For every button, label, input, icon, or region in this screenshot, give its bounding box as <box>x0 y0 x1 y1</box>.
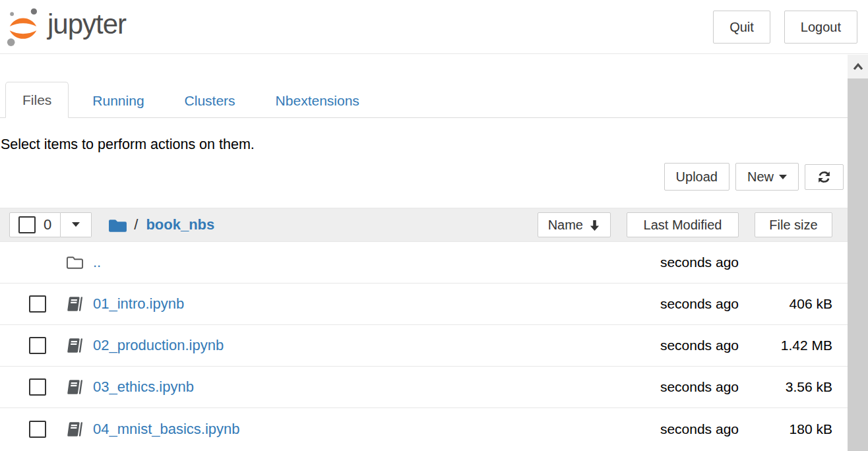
row-checkbox[interactable] <box>29 295 46 313</box>
tab-files[interactable]: Files <box>5 82 69 118</box>
select-all-segment[interactable]: 0 <box>9 212 61 237</box>
scroll-up-icon <box>852 62 865 71</box>
jupyter-logo-icon <box>5 7 41 47</box>
notebook-icon <box>66 378 86 396</box>
jupyter-logo[interactable]: jupyter <box>5 7 126 47</box>
item-link[interactable]: 02_production.ipynb <box>93 337 627 354</box>
refresh-button[interactable] <box>805 164 844 190</box>
main-content: Files Running Clusters Nbextensions Sele… <box>0 82 848 450</box>
sort-file-size-button[interactable]: File size <box>755 212 832 237</box>
header-buttons: Quit Logout <box>713 11 857 44</box>
row-checkbox[interactable] <box>29 378 46 396</box>
vertical-scrollbar[interactable] <box>848 55 868 451</box>
tab-nbextensions[interactable]: Nbextensions <box>259 83 376 118</box>
tab-bar: Files Running Clusters Nbextensions <box>0 82 848 118</box>
item-modified: seconds ago <box>627 255 739 270</box>
breadcrumb: / book_nbs <box>108 216 537 233</box>
item-modified: seconds ago <box>627 379 739 395</box>
hint-text: Select items to perform actions on them. <box>1 136 848 153</box>
breadcrumb-separator: / <box>134 216 138 233</box>
quit-button[interactable]: Quit <box>713 11 770 44</box>
select-button-group: 0 <box>9 212 92 237</box>
sort-name-label: Name <box>548 218 583 233</box>
caret-down-icon <box>72 222 80 227</box>
item-size: 3.56 kB <box>755 379 832 395</box>
item-modified: seconds ago <box>627 338 739 353</box>
item-link[interactable]: 01_intro.ipynb <box>93 295 627 313</box>
notebook-icon <box>66 421 86 438</box>
item-size: 1.42 MB <box>755 338 832 353</box>
row-checkbox[interactable] <box>29 337 46 354</box>
list-item-notebook: 03_ethics.ipynb seconds ago 3.56 kB <box>0 367 848 408</box>
sort-last-modified-button[interactable]: Last Modified <box>627 212 739 237</box>
folder-solid-icon <box>108 217 127 233</box>
list-item-notebook: 01_intro.ipynb seconds ago 406 kB <box>0 284 848 325</box>
new-dropdown-button[interactable]: New <box>735 163 799 191</box>
item-size: 406 kB <box>755 296 832 312</box>
item-link[interactable]: 04_mnist_basics.ipynb <box>93 421 627 438</box>
breadcrumb-root-folder[interactable] <box>108 217 127 233</box>
tab-running[interactable]: Running <box>76 83 160 118</box>
notebook-icon <box>66 295 86 313</box>
list-item-notebook: 02_production.ipynb seconds ago 1.42 MB <box>0 325 848 367</box>
notebook-icon <box>66 337 86 354</box>
item-link[interactable]: 03_ethics.ipynb <box>93 378 627 396</box>
upload-button[interactable]: Upload <box>664 163 729 191</box>
sort-arrow-down-icon <box>589 219 600 231</box>
list-item-parent-folder: .. seconds ago <box>0 242 848 284</box>
select-all-checkbox[interactable] <box>18 216 36 233</box>
list-header: 0 / book_nbs Name <box>0 208 848 242</box>
row-checkbox[interactable] <box>29 421 46 438</box>
file-list: 0 / book_nbs Name <box>0 208 848 450</box>
new-dropdown-label: New <box>747 169 774 184</box>
list-item-notebook: 04_mnist_basics.ipynb seconds ago 180 kB <box>0 408 848 450</box>
logout-button[interactable]: Logout <box>784 11 857 44</box>
scrollbar-thumb[interactable] <box>848 78 868 451</box>
refresh-icon <box>817 169 832 185</box>
sort-name-button[interactable]: Name <box>538 212 611 237</box>
app-header: jupyter Quit Logout <box>0 0 868 54</box>
item-link[interactable]: .. <box>93 254 627 271</box>
caret-down-icon <box>779 175 787 179</box>
item-size: 180 kB <box>755 421 832 437</box>
tab-clusters[interactable]: Clusters <box>168 83 252 118</box>
breadcrumb-current[interactable]: book_nbs <box>146 216 214 233</box>
item-modified: seconds ago <box>627 421 739 437</box>
folder-outline-icon <box>66 255 86 270</box>
item-modified: seconds ago <box>627 296 739 312</box>
selected-count: 0 <box>44 216 51 233</box>
scroll-up-button[interactable] <box>848 55 868 78</box>
select-dropdown-toggle[interactable] <box>61 212 92 237</box>
logo-wordmark: jupyter <box>47 11 126 44</box>
toolbar: Upload New <box>0 163 848 191</box>
